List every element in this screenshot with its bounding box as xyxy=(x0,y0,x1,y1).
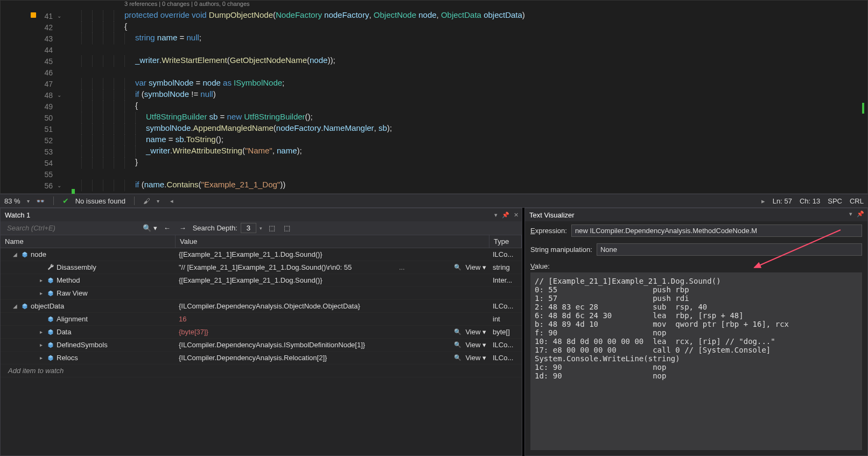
brush-dropdown-icon[interactable]: ▾ xyxy=(157,198,159,204)
change-marker xyxy=(862,103,864,114)
line-indicator[interactable]: Ln: 57 xyxy=(773,197,792,205)
nav-fwd-icon[interactable]: → xyxy=(177,224,188,232)
line-number: 48 xyxy=(38,91,57,100)
obj-icon xyxy=(47,315,54,323)
watch-header[interactable]: Watch 1 ▾ 📌 ✕ xyxy=(1,208,522,221)
window-dropdown-icon[interactable]: ▾ xyxy=(494,212,498,219)
crlf-indicator[interactable]: CRL xyxy=(850,197,864,205)
tool-icon-1[interactable]: ⬚ xyxy=(267,224,277,232)
expander-icon[interactable]: ◢ xyxy=(11,303,19,309)
pin-icon[interactable]: 📌 xyxy=(502,212,509,219)
expander-icon[interactable]: ▸ xyxy=(37,342,45,348)
breakpoint-margin[interactable] xyxy=(1,1,38,193)
obj-icon xyxy=(47,354,54,362)
watch-item-name: Method xyxy=(57,276,80,284)
line-number: 52 xyxy=(38,136,57,145)
watch-row[interactable]: ◢node{[Example_21_1]Example_21_1.Dog.Sou… xyxy=(1,248,522,261)
fold-icon[interactable]: ⌄ xyxy=(57,13,65,19)
fold-icon[interactable]: ⌄ xyxy=(57,183,65,188)
watch-item-name: node xyxy=(31,250,46,258)
add-watch-item[interactable]: Add item to watch xyxy=(1,367,176,375)
view-button[interactable]: 🔍View ▾ xyxy=(454,263,486,271)
watch-item-name: Relocs xyxy=(57,354,78,362)
brush-icon[interactable]: 🖌 xyxy=(143,197,150,205)
obj-icon xyxy=(21,303,29,310)
close-icon[interactable]: ✕ xyxy=(514,212,519,219)
watch-row[interactable]: ▸Relocs{ILCompiler.DependencyAnalysis.Re… xyxy=(1,352,522,364)
watch-item-value: {ILCompiler.DependencyAnalysis.Relocatio… xyxy=(179,354,327,362)
watch-item-type: ILCo... xyxy=(489,354,522,362)
line-number: 43 xyxy=(38,34,57,43)
line-number: 50 xyxy=(38,114,57,122)
expander-icon[interactable]: ▸ xyxy=(37,290,45,296)
fold-icon[interactable]: ⌄ xyxy=(57,92,65,98)
watch-item-name: DefinedSymbols xyxy=(57,341,108,349)
codelens[interactable]: 3 references | 0 changes | 0 authors, 0 … xyxy=(71,1,867,10)
col-type[interactable]: Type xyxy=(489,235,522,248)
check-circle-icon: ✔ xyxy=(62,197,69,205)
watch-item-type: byte[] xyxy=(489,328,522,336)
obj-icon xyxy=(47,341,54,349)
view-button[interactable]: 🔍View ▾ xyxy=(454,354,486,362)
col-name[interactable]: Name xyxy=(1,235,176,248)
tool-icon-2[interactable]: ⬚ xyxy=(282,224,292,232)
breakpoint-icon[interactable] xyxy=(31,12,36,18)
watch-row[interactable]: ▸Raw View xyxy=(1,287,522,300)
col-value[interactable]: Value xyxy=(176,235,489,248)
expander-icon[interactable]: ▸ xyxy=(37,277,45,283)
expander-icon[interactable]: ▸ xyxy=(37,329,45,335)
watch-item-name: Raw View xyxy=(57,289,88,297)
watch-columns: Name Value Type xyxy=(1,235,522,248)
line-number: 54 xyxy=(38,159,57,167)
issues-label[interactable]: No issues found xyxy=(75,197,125,205)
watch-title: Watch 1 xyxy=(5,211,30,219)
text-visualizer-body[interactable]: // [Example_21_1]Example_21_1.Dog.Sound(… xyxy=(530,272,862,450)
watch-row[interactable]: ▸DefinedSymbols{ILCompiler.DependencyAna… xyxy=(1,339,522,352)
manipulation-label: String manipulation: xyxy=(530,245,592,254)
search-icon[interactable]: 🔍 ▾ xyxy=(143,224,157,232)
watch-item-name: Data xyxy=(57,328,71,336)
code-content[interactable]: 3 references | 0 changes | 0 authors, 0 … xyxy=(71,1,867,193)
view-button[interactable]: 🔍View ▾ xyxy=(454,341,486,349)
watch-item-value: {ILCompiler.DependencyAnalysis.ISymbolDe… xyxy=(179,341,365,349)
zoom-dropdown-icon[interactable]: ▾ xyxy=(27,198,30,204)
expression-input[interactable] xyxy=(571,225,862,237)
watch-item-value: 16 xyxy=(179,315,186,323)
search-input[interactable] xyxy=(4,222,138,234)
expander-icon[interactable]: ◢ xyxy=(11,251,19,257)
view-button[interactable]: 🔍View ▾ xyxy=(454,328,486,336)
watch-item-name: Disassembly xyxy=(57,263,96,271)
watch-row[interactable]: ▸Data{byte[37]}🔍View ▾byte[] xyxy=(1,326,522,339)
line-number-gutter: 41⌄ 42 43 44 45 46 47 48⌄ 49 50 51 52 53… xyxy=(38,1,71,193)
watch-item-value: "// [Example_21_1]Example_21_1.Dog.Sound… xyxy=(179,263,352,271)
space-indicator[interactable]: SPC xyxy=(828,197,842,205)
watch-item-type: Inter... xyxy=(489,276,522,284)
text-visualizer-panel: Text Visualizer ▾ 📌 Expression: String m… xyxy=(524,208,868,456)
watch-row[interactable]: ▸Method{[Example_21_1]Example_21_1.Dog.S… xyxy=(1,274,522,287)
value-label: Value: xyxy=(530,262,550,270)
line-number: 55 xyxy=(38,170,57,179)
pin-icon[interactable]: 📌 xyxy=(857,211,864,218)
expression-label: Expression: xyxy=(530,227,567,235)
watch-row[interactable]: ◢objectData{ILCompiler.DependencyAnalysi… xyxy=(1,300,522,313)
expander-icon[interactable]: ▸ xyxy=(37,355,45,361)
zoom-level[interactable]: 83 % xyxy=(4,197,20,205)
window-dropdown-icon[interactable]: ▾ xyxy=(849,211,852,218)
watch-item-value: {[Example_21_1]Example_21_1.Dog.Sound()} xyxy=(179,276,323,284)
watch-row[interactable]: Disassembly"// [Example_21_1]Example_21_… xyxy=(1,261,522,274)
char-indicator[interactable]: Ch: 13 xyxy=(800,197,820,205)
watch-row[interactable]: Alignment16int xyxy=(1,313,522,326)
glasses-icon[interactable]: 👓 xyxy=(36,197,45,205)
nav-back-icon[interactable]: ← xyxy=(162,224,173,232)
left-arrow-icon[interactable]: ◂ xyxy=(170,198,173,205)
code-editor[interactable]: 41⌄ 42 43 44 45 46 47 48⌄ 49 50 51 52 53… xyxy=(0,0,868,194)
depth-value[interactable]: 3 xyxy=(241,223,256,233)
line-number: 44 xyxy=(38,46,57,54)
watch-item-type: ILCo... xyxy=(489,302,522,310)
depth-dropdown-icon[interactable]: ▾ xyxy=(260,226,262,231)
manipulation-select[interactable]: None xyxy=(597,243,862,256)
line-number: 42 xyxy=(38,23,57,32)
text-visualizer-header[interactable]: Text Visualizer ▾ 📌 xyxy=(525,208,867,221)
right-arrow-icon[interactable]: ▸ xyxy=(761,197,765,205)
text-visualizer-title: Text Visualizer xyxy=(529,211,575,219)
